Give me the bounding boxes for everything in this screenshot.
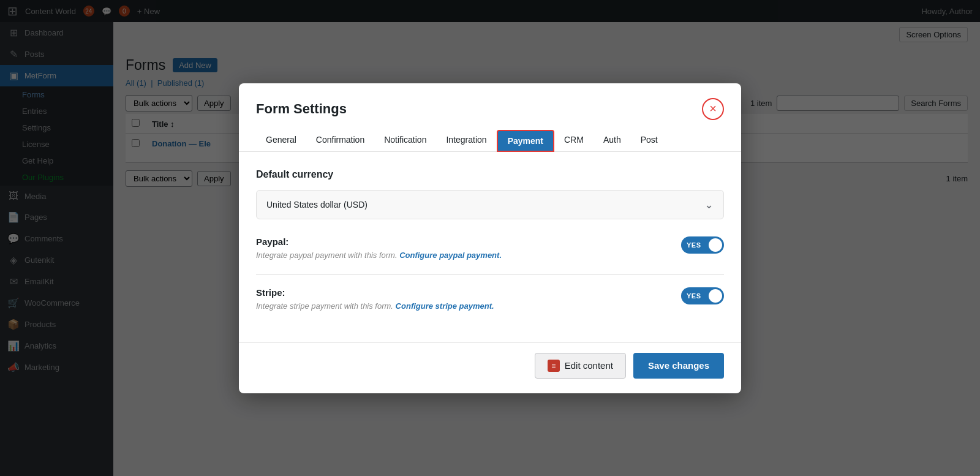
stripe-toggle-label: YES: [687, 292, 701, 300]
stripe-left: Stripe: Integrate stripe payment with th…: [256, 287, 671, 311]
tab-post[interactable]: Post: [631, 130, 668, 152]
modal-tabs: General Confirmation Notification Integr…: [239, 120, 741, 152]
paypal-toggle-knob: [709, 238, 722, 252]
modal-header: Form Settings ×: [239, 83, 741, 120]
edit-content-icon: ≡: [548, 360, 560, 372]
tab-integration[interactable]: Integration: [436, 130, 496, 152]
modal-close-button[interactable]: ×: [702, 98, 724, 120]
paypal-toggle-wrapper: YES: [681, 236, 724, 254]
currency-value: United States dollar (USD): [266, 200, 368, 210]
stripe-toggle-wrapper: YES: [681, 287, 724, 304]
paypal-config-link[interactable]: Configure paypal payment.: [399, 251, 502, 260]
divider: [256, 274, 724, 275]
stripe-label: Stripe:: [256, 287, 671, 298]
stripe-config-link[interactable]: Configure stripe payment.: [396, 301, 494, 311]
tab-confirmation[interactable]: Confirmation: [306, 130, 374, 152]
tab-payment[interactable]: Payment: [497, 130, 554, 152]
stripe-description: Integrate stripe payment with this form.…: [256, 301, 671, 311]
modal-body: Default currency United States dollar (U…: [239, 152, 741, 342]
paypal-left: Paypal: Integrate paypal payment with th…: [256, 236, 671, 260]
modal-footer: ≡ Edit content Save changes: [239, 342, 741, 393]
stripe-toggle[interactable]: YES: [681, 287, 724, 304]
tab-general[interactable]: General: [256, 130, 306, 152]
paypal-toggle[interactable]: YES: [681, 236, 724, 254]
stripe-toggle-knob: [709, 289, 722, 303]
chevron-down-icon: ⌄: [704, 198, 714, 211]
edit-content-button[interactable]: ≡ Edit content: [535, 353, 626, 379]
paypal-description: Integrate paypal payment with this form.…: [256, 251, 671, 260]
form-settings-modal: Form Settings × General Confirmation Not…: [239, 83, 741, 393]
modal-title: Form Settings: [256, 101, 347, 117]
edit-content-label: Edit content: [565, 360, 613, 371]
tab-auth[interactable]: Auth: [594, 130, 631, 152]
tab-notification[interactable]: Notification: [374, 130, 436, 152]
save-changes-button[interactable]: Save changes: [633, 353, 724, 379]
tab-crm[interactable]: CRM: [554, 130, 594, 152]
paypal-toggle-label: YES: [687, 241, 701, 249]
paypal-label: Paypal:: [256, 236, 671, 247]
stripe-section: Stripe: Integrate stripe payment with th…: [256, 287, 724, 311]
modal-overlay[interactable]: Form Settings × General Confirmation Not…: [0, 0, 980, 476]
paypal-section: Paypal: Integrate paypal payment with th…: [256, 236, 724, 260]
default-currency-label: Default currency: [256, 169, 724, 180]
currency-select[interactable]: United States dollar (USD) ⌄: [256, 190, 724, 219]
